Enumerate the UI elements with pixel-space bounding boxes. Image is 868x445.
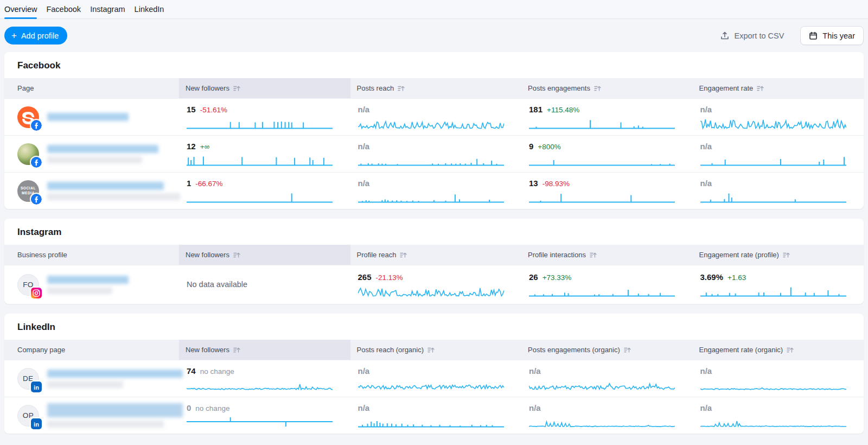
column-header-posts-engagements-organic[interactable]: Posts engagements (organic) [521,340,693,360]
new-followers-cell: 12+∞ [179,136,350,172]
posts-reach-organic-cell: n/a [350,398,522,434]
posts-engagements-organic-cell: n/a [521,398,693,434]
profile-name-redacted [47,403,183,428]
metric-delta: -21.13% [376,274,403,282]
posts-engagements-cell: 13-98.93% [521,173,693,209]
column-header-company-page: Company page [4,340,179,360]
table-row[interactable]: FO No data available 265-21.13% 26+73.33… [4,265,864,304]
new-followers-cell: 74no change [179,361,350,397]
profile-avatar: SOCIAL MEDIA [17,180,39,202]
metric-delta: +800% [538,143,560,151]
sort-icon [233,347,240,353]
column-header-profile-interactions[interactable]: Profile interactions [521,245,693,265]
profile-interactions-cell: 26+73.33% [521,267,693,303]
column-header-posts-engagements[interactable]: Posts engagements [521,78,693,98]
metric-value: 12 [187,142,196,151]
table-row[interactable]: OP in 0no change n/a n/a n/a [4,397,864,434]
posts-engagements-cell: 9+800% [521,136,693,172]
profile-name-redacted [47,113,129,121]
column-header-posts-reach[interactable]: Posts reach [350,78,522,98]
section-title: LinkedIn [4,314,864,340]
sparkline-chart [700,415,846,428]
metric-delta: no change [195,404,229,412]
table-row[interactable]: SOCIAL MEDIA 1-66.67% n/a 13-98.93% n/a [4,172,864,209]
sparkline-chart [358,415,504,428]
linkedin-table-header: Company page New followers Posts reach (… [4,340,864,360]
no-data-label: No data available [187,280,247,289]
profile-avatar: DE in [17,368,39,390]
metric-delta: +∞ [200,143,210,151]
metric-delta: no change [200,367,234,376]
metric-value: 9 [529,142,533,151]
metric-value: n/a [358,142,370,151]
page-cell: FO [4,270,179,300]
metric-value: 74 [187,366,196,376]
table-row[interactable]: 15-51.61% n/a 181+115.48% n/a [4,98,864,135]
metric-value: n/a [358,366,370,376]
export-csv-button[interactable]: Export to CSV [720,31,784,40]
sparkline-chart [358,190,504,204]
sparkline-chart [358,284,504,297]
sparkline-chart [358,117,504,130]
top-tab-bar: Overview Facebook Instagram LinkedIn [0,0,868,19]
tab-linkedin[interactable]: LinkedIn [135,5,164,18]
column-header-engagement-rate[interactable]: Engagement rate [693,78,864,98]
sparkline-chart [700,190,846,204]
sparkline-chart [187,154,333,167]
metric-value: n/a [700,105,712,114]
page-cell: SOCIAL MEDIA [4,176,179,206]
column-header-business-profile: Business profile [4,245,179,265]
metric-value: 181 [529,105,542,114]
instagram-badge-icon [31,288,42,298]
column-header-posts-reach-organic[interactable]: Posts reach (organic) [350,340,522,360]
new-followers-cell: 1-66.67% [179,173,350,209]
engagement-rate-cell: n/a [693,99,864,135]
plus-icon: + [11,31,17,40]
profile-reach-cell: 265-21.13% [350,267,522,303]
metric-value: 3.69% [700,272,724,282]
add-profile-button[interactable]: + Add profile [4,27,67,44]
sort-icon [783,252,790,258]
profile-name-redacted [47,276,129,294]
sparkline-chart [187,378,333,391]
metric-delta: -66.67% [195,180,222,188]
new-followers-cell: No data available [179,274,350,296]
metric-value: n/a [700,142,712,151]
tab-facebook[interactable]: Facebook [46,5,81,18]
column-header-profile-reach[interactable]: Profile reach [350,245,522,265]
sparkline-chart [529,284,675,297]
column-header-new-followers[interactable]: New followers [179,245,350,265]
sparkline-chart [358,378,504,391]
metric-delta: +1.63 [727,274,746,282]
column-header-new-followers[interactable]: New followers [179,78,350,98]
instagram-table-header: Business profile New followers Profile r… [4,245,864,265]
metric-value: n/a [358,179,370,188]
date-range-button[interactable]: This year [800,26,864,45]
sort-icon [233,252,240,258]
sparkline-chart [358,154,504,167]
column-header-engagement-rate-profile[interactable]: Engagement rate (profile) [693,245,864,265]
engagement-rate-cell: n/a [693,136,864,172]
column-header-engagement-rate-organic[interactable]: Engagement rate (organic) [693,340,864,360]
tab-overview[interactable]: Overview [4,5,37,18]
tab-instagram[interactable]: Instagram [90,5,125,18]
metric-value: 265 [358,272,372,282]
page-cell: OP in [4,399,179,432]
posts-reach-cell: n/a [350,99,522,135]
metric-delta: +115.48% [547,106,579,114]
column-header-new-followers[interactable]: New followers [179,340,350,360]
table-row[interactable]: 12+∞ n/a 9+800% n/a [4,135,864,172]
table-row[interactable]: DE in 74no change n/a n/a n/a [4,360,864,397]
profile-name-redacted [47,145,158,163]
sparkline-chart [187,190,333,204]
metric-value: 15 [187,105,196,114]
toolbar: + Add profile Export to CSV This year [0,19,868,52]
metric-value: 1 [187,179,191,188]
facebook-badge-icon [31,194,42,205]
metric-value: n/a [700,366,712,376]
column-header-page: Page [4,78,179,98]
svg-text:in: in [34,421,39,427]
posts-reach-cell: n/a [350,173,522,209]
profile-avatar: FO [17,274,39,296]
sort-icon [590,252,597,258]
